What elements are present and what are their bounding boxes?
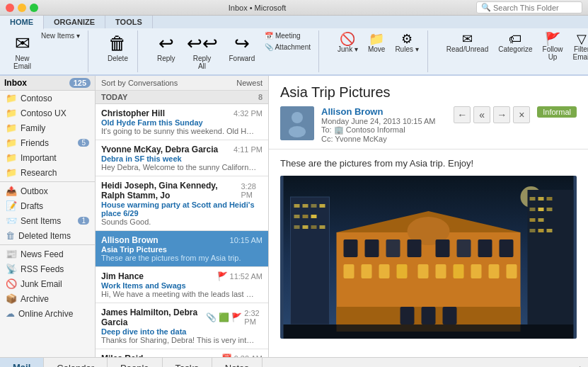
- email-item-1[interactable]: Christopher Hill 4:32 PM Old Hyde Farm t…: [96, 104, 268, 140]
- sidebar-item-friends[interactable]: 📁 Friends 5: [0, 135, 95, 150]
- move-button[interactable]: 📁 Move: [364, 30, 389, 55]
- ribbon-group-delete: 🗑 Delete: [98, 30, 138, 72]
- date-group-today: TODAY 8: [96, 91, 268, 104]
- sidebar-item-sent[interactable]: 📨 Sent Items 1: [0, 213, 95, 228]
- email-item-6[interactable]: James Halmilton, Debra Garcia 📎 🟩 🚩 2:32…: [96, 303, 268, 349]
- svg-rect-49: [530, 208, 536, 211]
- email-item-5[interactable]: Jim Hance 🚩 11:52 AM Work Items and Swag…: [96, 267, 268, 303]
- filter-email-button[interactable]: ▽ FilterEmail: [568, 30, 588, 63]
- sent-icon: 📨: [6, 215, 17, 226]
- email-subject-3: House warming party at Scott and Heidi's…: [101, 201, 263, 218]
- reading-meta: Allison Brown Monday June 24, 2013 10:15…: [280, 106, 577, 143]
- delete-icon: 🗑: [108, 33, 127, 55]
- filter-icon: ▽: [577, 33, 587, 45]
- window-title: Inbox • Microsoft: [38, 4, 476, 12]
- svg-rect-15: [303, 225, 309, 229]
- flag-icon-6: 🚩: [231, 312, 242, 322]
- svg-rect-47: [538, 197, 544, 201]
- svg-point-1: [292, 112, 303, 123]
- forward-icon: ↪: [234, 33, 250, 55]
- email-preview-5: Hi, We have a meeting with the leads las…: [101, 290, 257, 298]
- reading-image: [280, 176, 577, 339]
- sidebar-item-important[interactable]: 📁 Important: [0, 150, 95, 165]
- search-icon: 🔍: [481, 3, 491, 12]
- email-preview-4: These are the pictures from my Asia trip…: [101, 254, 257, 262]
- attachment-button[interactable]: 📎 Attachment: [261, 42, 314, 52]
- sidebar-item-rssfeeds[interactable]: 📡 RSS Feeds: [0, 261, 95, 276]
- ribbon-group-new: ✉ NewEmail New Items ▾: [4, 30, 88, 72]
- minimize-button[interactable]: [18, 4, 26, 12]
- svg-rect-17: [320, 225, 325, 229]
- tab-calendar[interactable]: Calendar: [44, 358, 108, 367]
- email-sender-1: Christopher Hill: [101, 108, 165, 118]
- svg-rect-55: [538, 229, 544, 232]
- newest-filter-button[interactable]: Newest: [236, 79, 263, 87]
- email-sender-4: Allison Brown: [101, 235, 158, 245]
- tab-mail[interactable]: Mail: [0, 358, 44, 367]
- nav-prev-button[interactable]: ←: [454, 106, 471, 123]
- tab-tools[interactable]: TOOLS: [105, 16, 153, 28]
- nav-next-button[interactable]: →: [493, 106, 510, 123]
- search-input[interactable]: [493, 4, 578, 12]
- email-sender-6: James Halmilton, Debra Garcia: [101, 307, 206, 327]
- meeting-button[interactable]: 📅 Meeting: [261, 30, 304, 41]
- svg-rect-29: [344, 264, 354, 278]
- archive-icon: 📦: [6, 293, 17, 304]
- window-controls[interactable]: [6, 4, 38, 12]
- sort-conversations-button[interactable]: Sort by Conversations: [101, 79, 178, 87]
- maximize-button[interactable]: [30, 4, 38, 12]
- sidebar-item-archive[interactable]: 📦 Archive: [0, 291, 95, 306]
- rules-button[interactable]: ⚙ Rules ▾: [391, 30, 422, 55]
- reading-sender-name: Allison Brown: [321, 106, 446, 117]
- sidebar-item-newsfeed[interactable]: 📰 News Feed: [0, 247, 95, 261]
- junk-button[interactable]: 🚫 Junk ▾: [333, 30, 362, 55]
- new-items-button[interactable]: New Items ▾: [38, 30, 83, 41]
- svg-rect-32: [397, 264, 408, 278]
- tab-notes[interactable]: Notes: [212, 358, 263, 367]
- newsfeed-icon: 📰: [6, 249, 17, 259]
- read-unread-button[interactable]: ✉ Read/Unread: [442, 30, 492, 55]
- svg-rect-51: [547, 208, 553, 211]
- tab-tasks[interactable]: Tasks: [163, 358, 212, 367]
- svg-rect-14: [294, 225, 300, 229]
- sidebar-item-drafts[interactable]: 📝 Drafts: [0, 198, 95, 213]
- email-time-3: 3:28 PM: [241, 182, 263, 199]
- reply-all-icon: ↩↩: [187, 33, 218, 55]
- read-icon: ✉: [462, 33, 473, 45]
- sidebar-item-deleted[interactable]: 🗑 Deleted Items: [0, 228, 95, 243]
- outbox-icon: 📤: [6, 186, 17, 196]
- forward-button[interactable]: ↪ Forward: [224, 30, 260, 64]
- email-item-4[interactable]: Allison Brown 10:15 AM Asia Trip Picture…: [96, 231, 268, 267]
- tab-organize[interactable]: ORGANIZE: [44, 16, 105, 28]
- reading-pane: Asia Trip Pictures Allison Brown Monday …: [269, 76, 588, 357]
- tab-home[interactable]: HOME: [0, 16, 44, 30]
- delete-button[interactable]: 🗑 Delete: [103, 30, 133, 64]
- sidebar-item-family[interactable]: 📁 Family: [0, 120, 95, 135]
- sidebar-item-contoso-ux[interactable]: 📁 Contoso UX: [0, 106, 95, 120]
- tab-people[interactable]: People: [108, 358, 162, 367]
- sidebar-item-online-archive[interactable]: ☁ Online Archive: [0, 306, 95, 321]
- reply-all-button[interactable]: ↩↩ ReplyAll: [182, 30, 223, 72]
- reading-close-button[interactable]: ×: [513, 106, 530, 123]
- follow-up-button[interactable]: 🚩 FollowUp: [538, 30, 567, 63]
- nav-prev-all-button[interactable]: «: [473, 106, 490, 123]
- expand-nav-button[interactable]: ‹: [570, 358, 588, 367]
- sidebar-item-research[interactable]: 📁 Research: [0, 165, 95, 180]
- svg-rect-31: [379, 264, 390, 278]
- sidebar-item-contoso[interactable]: 📁 Contoso: [0, 91, 95, 106]
- sidebar-item-outbox[interactable]: 📤 Outbox: [0, 184, 95, 198]
- category-icon-6: 🟩: [219, 312, 229, 322]
- categorize-button[interactable]: 🏷 Categorize: [494, 30, 536, 55]
- email-item-2[interactable]: Yvonne McKay, Debra Garcia 4:11 PM Debra…: [96, 140, 268, 176]
- flag-indicator-5: 🚩: [217, 271, 228, 281]
- calendar-icon-7: 📅: [221, 354, 232, 357]
- search-box[interactable]: 🔍: [476, 1, 582, 13]
- sidebar-item-junk[interactable]: 🚫 Junk Email: [0, 276, 95, 291]
- svg-rect-9: [311, 204, 317, 208]
- close-button[interactable]: [6, 4, 14, 12]
- reply-button[interactable]: ↩ Reply: [152, 30, 180, 64]
- email-item-3[interactable]: Heidi Joseph, Gina Kennedy, Ralph Stamm,…: [96, 176, 268, 231]
- email-item-7[interactable]: Miles Reid 📅 9:30 AM Summer Intern Talks…: [96, 349, 268, 357]
- ribbon-group-tags: ✉ Read/Unread 🏷 Categorize 🚩 FollowUp ▽ …: [438, 30, 588, 72]
- new-email-button[interactable]: ✉ NewEmail: [8, 30, 36, 72]
